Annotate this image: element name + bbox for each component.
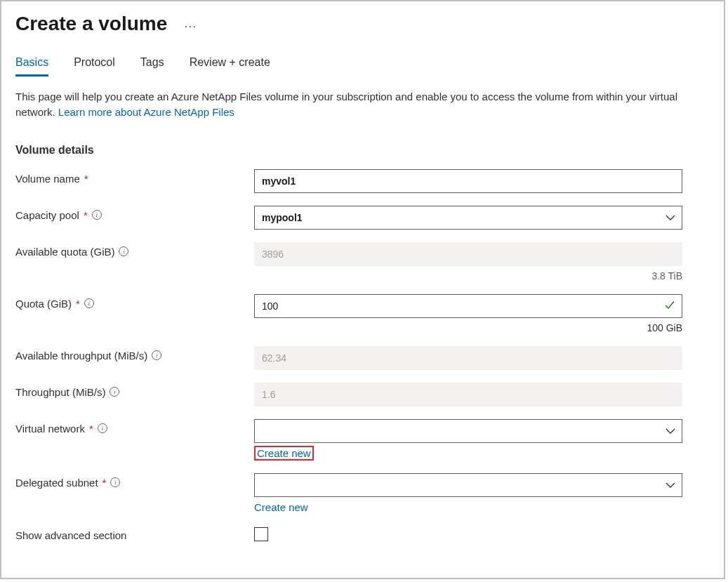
row-available-throughput: Available throughput (MiB/s) i [15,346,710,370]
volume-name-input[interactable] [254,169,682,193]
more-actions-button[interactable]: ··· [184,19,197,34]
throughput-display [254,383,682,406]
required-marker: * [102,477,107,489]
available-quota-hint: 3.8 TiB [254,270,682,282]
tab-protocol[interactable]: Protocol [74,56,115,77]
row-capacity-pool: Capacity pool * i [15,206,710,230]
delegated-subnet-select[interactable] [254,473,682,497]
info-icon[interactable]: i [110,387,119,397]
info-icon[interactable]: i [110,477,120,487]
info-icon[interactable]: i [119,246,128,256]
row-available-quota: Available quota (GiB) i 3.8 TiB [15,242,710,282]
header: Create a volume ··· [15,13,710,35]
info-icon[interactable]: i [92,210,102,220]
required-marker: * [84,209,88,221]
row-show-advanced: Show advanced section [15,526,710,550]
required-marker: * [89,423,93,435]
label-available-quota: Available quota (GiB) [15,246,114,258]
page-title: Create a volume [15,13,167,35]
tab-bar: Basics Protocol Tags Review + create [15,56,710,77]
info-icon[interactable]: i [84,298,94,308]
create-volume-panel: Create a volume ··· Basics Protocol Tags… [0,0,725,579]
quota-input[interactable] [254,294,682,318]
tab-review-create[interactable]: Review + create [190,56,270,77]
required-marker: * [76,298,80,310]
row-virtual-network: Virtual network * i Create new [15,419,710,461]
label-throughput: Throughput (MiB/s) [15,386,105,398]
label-quota: Quota (GiB) [15,298,72,310]
row-volume-name: Volume name * [15,169,710,193]
label-available-throughput: Available throughput (MiB/s) [15,350,147,362]
quota-hint: 100 GiB [254,322,682,333]
row-quota: Quota (GiB) * i 100 GiB [15,294,710,333]
intro-text: This page will help you create an Azure … [15,89,696,120]
label-show-advanced: Show advanced section [15,529,126,541]
label-volume-name: Volume name [15,173,80,185]
show-advanced-checkbox[interactable] [254,527,268,541]
row-throughput: Throughput (MiB/s) i [15,383,710,406]
row-delegated-subnet: Delegated subnet * i Create new [15,473,710,513]
label-delegated-subnet: Delegated subnet [15,477,98,489]
info-icon[interactable]: i [152,350,161,360]
tab-tags[interactable]: Tags [140,56,164,77]
label-capacity-pool: Capacity pool [15,209,79,221]
info-icon[interactable]: i [98,423,107,433]
virtual-network-select[interactable] [254,419,682,443]
required-marker: * [84,173,88,185]
section-heading-volume-details: Volume details [15,144,710,157]
available-throughput-display [254,346,682,370]
learn-more-link[interactable]: Learn more about Azure NetApp Files [58,106,234,118]
tab-basics[interactable]: Basics [15,56,48,77]
label-virtual-network: Virtual network [15,423,85,435]
checkmark-icon [664,299,675,312]
create-new-subnet-link[interactable]: Create new [254,501,308,513]
available-quota-display [254,242,682,266]
capacity-pool-select[interactable] [254,206,682,230]
create-new-vnet-link[interactable]: Create new [254,446,314,461]
